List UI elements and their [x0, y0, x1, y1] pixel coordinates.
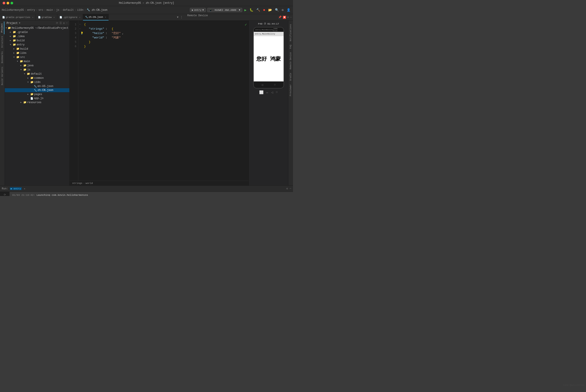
tree-item-zh-cn-json[interactable]: ▶ 🔧 zh-CN.json	[5, 88, 69, 92]
right-panel-faq[interactable]: FAQ	[289, 43, 292, 50]
tab-zh-cn-json[interactable]: 🔧 zh-CN.json ✕	[83, 14, 109, 20]
left-tab-bookmarks[interactable]: Bookmarks	[0, 50, 4, 65]
app-js-icon: 📄	[30, 97, 33, 100]
tree-item-libs[interactable]: ▶ 📁 libs	[5, 51, 69, 55]
tree-item-resources[interactable]: ▶ 📁 resources	[5, 100, 69, 104]
code-line-2: "strings": {	[84, 27, 246, 31]
tab-icon-gradle-properties: 📄	[2, 16, 5, 19]
tree-item-common[interactable]: ▶ 📁 common	[5, 76, 69, 80]
device-arrow: ▼	[239, 9, 240, 12]
entry-folder-icon: 📁	[13, 43, 16, 46]
pin-icon[interactable]: 📌	[278, 16, 282, 19]
collapse-icon[interactable]: ☰	[60, 22, 62, 25]
device-home-btn[interactable]: ○	[274, 83, 276, 86]
device-back-btn[interactable]: ◁	[261, 83, 263, 87]
panel-settings-icon[interactable]: ⚙	[287, 16, 289, 19]
maximize-button[interactable]	[10, 2, 13, 4]
code-content[interactable]: { "strings": { 💡 "hello": "您好", "world":…	[82, 21, 249, 181]
tab-gradle-properties[interactable]: 📄 gradle.properties ✕	[0, 14, 36, 20]
device-screen-text: 您好 鸿蒙	[256, 55, 280, 62]
device-rotate-btn[interactable]: ⬜	[259, 90, 264, 94]
debug-button[interactable]: 🐛	[249, 8, 254, 12]
run-button[interactable]: ▶	[244, 8, 248, 13]
account-button[interactable]: 👤	[286, 8, 291, 12]
tab-close-gitignore[interactable]: ✕	[79, 16, 80, 19]
fold-1[interactable]: ▾	[78, 22, 82, 27]
src-arrow: ▼	[14, 56, 16, 58]
run-settings-icon[interactable]: ⚙	[286, 187, 288, 190]
java-icon: 📁	[23, 64, 26, 67]
device-back-ctrl-btn[interactable]: ◁	[271, 90, 273, 94]
run-icon-small: ▶	[192, 8, 193, 12]
right-panel-previewer[interactable]: Previewer	[289, 82, 292, 98]
header-arrow[interactable]: ▼	[19, 22, 20, 24]
hint-icon-3: 💡	[82, 31, 84, 36]
tree-item-i18n[interactable]: ▼ 📁 i18n	[5, 80, 69, 84]
search-button[interactable]: 🔍	[274, 8, 280, 12]
sync-icon[interactable]: ⟳	[56, 22, 58, 25]
tree-item-main[interactable]: ▼ 📁 main	[5, 59, 69, 64]
tab-label-gradlew: gradlew	[42, 16, 52, 19]
tree-root[interactable]: ▼ 📁 HelloHarmonyOS ~/DevEcoStudioProject	[5, 26, 69, 30]
tree-item-default[interactable]: ▼ 📁 default	[5, 72, 69, 76]
device-dropdown[interactable]: 📱 HUAWEI ANA-AN00 ▼	[207, 8, 242, 12]
run-replay-icon[interactable]: ⟳	[3, 193, 7, 196]
breadcrumb-item-i18n: i18n	[77, 8, 84, 12]
key-strings: "strings"	[89, 27, 104, 31]
tree-item-js[interactable]: ▼ 📁 js	[5, 68, 69, 72]
src-label: src	[20, 56, 25, 59]
tree-item-src[interactable]: ▼ 📁 src	[5, 55, 69, 59]
panel-close-icon[interactable]: ■	[283, 16, 286, 19]
tree-item-pages[interactable]: ▶ 📁 pages	[5, 92, 69, 96]
left-vertical-tabs: Project Structure Bookmarks Build Varian…	[0, 21, 5, 186]
zh-cn-icon: 🔧	[34, 89, 37, 92]
panel-hide-icon[interactable]: —	[290, 16, 292, 19]
device-circle-btn[interactable]: ○	[276, 90, 278, 94]
tree-item-idea[interactable]: ▶ 📁 .idea	[5, 34, 69, 38]
tab-close-gradlew[interactable]: ✕	[53, 16, 55, 19]
tree-item-en-us-json[interactable]: ▶ 🔧 en-US.json	[5, 84, 69, 88]
minimize-button[interactable]	[6, 2, 9, 4]
gear-icon[interactable]: —	[66, 22, 68, 25]
run-icon-entry: ▶	[11, 188, 12, 190]
left-tab-build-variants[interactable]: Build Variants	[0, 65, 4, 87]
filter-icon[interactable]: ⚙	[63, 22, 65, 25]
code-line-6: }	[84, 44, 246, 49]
close-button[interactable]	[3, 2, 5, 4]
tab-more-btn[interactable]: ⋮	[180, 16, 183, 19]
brace-strings-close: }	[89, 40, 91, 44]
entry-dropdown[interactable]: ▶ entry ▼	[190, 8, 206, 12]
clock-icon: ⏱	[264, 22, 266, 25]
breadcrumb-world: world	[86, 182, 93, 184]
device-pen-btn[interactable]: ✏	[266, 90, 268, 94]
tab-close-zh-cn-json[interactable]: ✕	[105, 16, 106, 18]
tree-item-java[interactable]: ▶ 📁 java	[5, 64, 69, 68]
tab-close-gradle-properties[interactable]: ✕	[32, 16, 33, 19]
open-folder-button[interactable]: 📂	[267, 8, 273, 12]
settings-button[interactable]: ⚙	[281, 8, 284, 12]
tab-dropdown-btn[interactable]: ▼	[177, 16, 178, 19]
panel-icons: 📌 ■ ⚙ —	[277, 14, 293, 20]
tree-item-build-root[interactable]: ▶ 📁 build	[5, 38, 69, 42]
tab-gitignore[interactable]: 📄 .gitignore ✕	[57, 14, 83, 20]
tree-item-build-entry[interactable]: ▶ 📁 build	[5, 47, 69, 51]
right-panel-remote-device[interactable]: Remote Device	[289, 50, 292, 71]
tree-item-gradle[interactable]: ▶ 📁 .gradle	[5, 30, 69, 34]
main-content: Project Structure Bookmarks Build Varian…	[0, 21, 293, 186]
left-tab-structure[interactable]: Structure	[0, 34, 4, 50]
js-label: js	[27, 68, 30, 71]
stop-button[interactable]: ■	[262, 8, 266, 12]
right-panel-gradle[interactable]: Gradle	[289, 71, 292, 82]
run-entry-tag[interactable]: ▶ entry	[10, 187, 22, 190]
fold-2[interactable]: ▾	[78, 27, 82, 31]
left-tab-project[interactable]: Project	[0, 22, 4, 34]
tab-gradlew[interactable]: 📄 gradlew ✕	[36, 14, 57, 20]
libs-label: libs	[20, 52, 26, 55]
tree-item-app-js[interactable]: ▶ 📄 app.js	[5, 96, 69, 100]
build-button[interactable]: 🔨	[256, 8, 261, 12]
run-log-content[interactable]: 01/03 21:18:42: Launching com.kevin.hell…	[10, 192, 293, 196]
run-close-icon[interactable]: —	[290, 187, 291, 190]
run-tab-close[interactable]: ✕	[24, 188, 25, 190]
right-panel-notifications[interactable]: Notifications	[289, 22, 292, 43]
tree-item-entry[interactable]: ▼ 📁 entry	[5, 42, 69, 47]
